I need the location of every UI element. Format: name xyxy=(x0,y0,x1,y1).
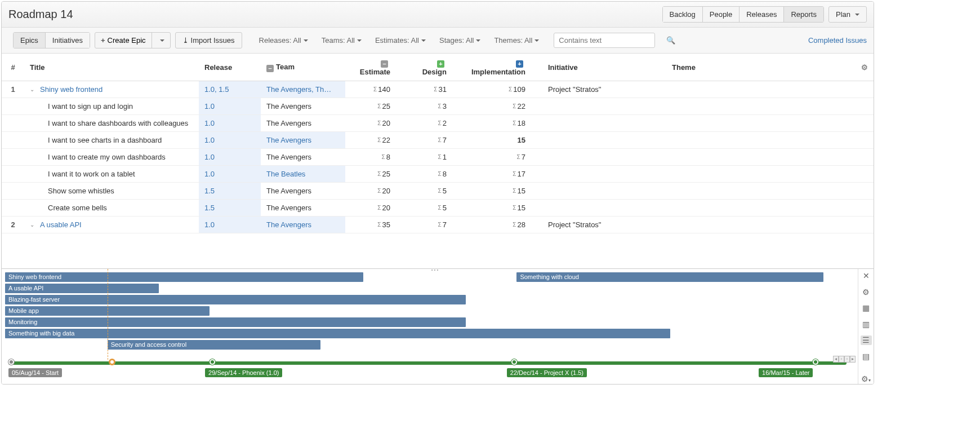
col-num[interactable]: # xyxy=(2,54,24,81)
filter-themes[interactable]: Themes: All xyxy=(491,34,542,47)
table-row[interactable]: I want to see charts in a dashboard1.0Th… xyxy=(2,132,874,149)
timeline-view3-icon[interactable]: ☰ xyxy=(861,335,872,345)
search-icon[interactable]: 🔍 xyxy=(666,36,675,45)
cell-theme[interactable] xyxy=(666,132,856,149)
cell-design[interactable]: Σ8 xyxy=(407,166,464,183)
col-release[interactable]: Release xyxy=(199,54,261,81)
cell-team[interactable]: The Avengers xyxy=(261,217,345,233)
cell-title[interactable]: ⌄A usable API xyxy=(24,217,199,233)
cell-design[interactable]: Σ1 xyxy=(407,149,464,166)
cell-team[interactable]: The Avengers, Th… xyxy=(261,81,345,98)
cell-estimate[interactable]: Σ35 xyxy=(345,217,407,233)
col-estimate[interactable]: –Estimate xyxy=(345,54,407,81)
cell-release[interactable]: 1.0 xyxy=(199,149,261,166)
table-settings-button[interactable]: ⚙ xyxy=(856,54,874,81)
cell-theme[interactable] xyxy=(666,217,856,233)
col-theme[interactable]: Theme xyxy=(666,54,856,81)
timeline-bar[interactable]: Shiny web frontend xyxy=(5,272,363,282)
col-initiative[interactable]: Initiative xyxy=(542,54,666,81)
cell-release[interactable]: 1.0 xyxy=(199,166,261,183)
cell-implementation[interactable]: Σ7 xyxy=(464,149,542,166)
col-team[interactable]: –Team xyxy=(261,54,345,81)
cell-title[interactable]: I want to share dashboards with colleagu… xyxy=(24,115,199,132)
cell-initiative[interactable]: Project "Stratos" xyxy=(542,81,666,98)
timeline-axis[interactable]: 05/Aug/14 - Start29/Sep/14 - Phoenix (1.… xyxy=(8,361,847,365)
cell-estimate[interactable]: Σ25 xyxy=(345,98,407,115)
cell-title[interactable]: I want to create my own dashboards xyxy=(24,149,199,166)
scroll-right-icon[interactable]: ▸ xyxy=(850,356,856,363)
table-row[interactable]: I want to share dashboards with colleagu… xyxy=(2,115,874,132)
cell-title[interactable]: I want to sign up and login xyxy=(24,98,199,115)
cell-release[interactable]: 1.0 xyxy=(199,217,261,233)
timeline-bar[interactable]: Security and access control xyxy=(108,340,321,350)
cell-team[interactable]: The Avengers xyxy=(261,200,345,217)
timeline-bar[interactable]: Blazing-fast server xyxy=(5,295,466,304)
nav-releases[interactable]: Releases xyxy=(740,7,784,22)
cell-initiative[interactable] xyxy=(542,149,666,166)
cell-initiative[interactable] xyxy=(542,98,666,115)
scroll-track[interactable]: ▫ xyxy=(844,356,850,363)
cell-theme[interactable] xyxy=(666,115,856,132)
cell-estimate[interactable]: Σ20 xyxy=(345,183,407,200)
nav-backlog[interactable]: Backlog xyxy=(663,7,703,22)
cell-implementation[interactable]: Σ17 xyxy=(464,166,542,183)
timeline-view2-icon[interactable]: ▥ xyxy=(861,320,872,329)
cell-team[interactable]: The Avengers xyxy=(261,132,345,149)
cell-design[interactable]: Σ2 xyxy=(407,115,464,132)
create-epic-main[interactable]: +Create Epic xyxy=(95,33,152,48)
filter-stages[interactable]: Stages: All xyxy=(436,34,484,47)
cell-implementation[interactable]: Σ22 xyxy=(464,98,542,115)
chevron-down-icon[interactable]: ⌄ xyxy=(30,86,37,92)
cell-implementation[interactable]: Σ15 xyxy=(464,183,542,200)
cell-theme[interactable] xyxy=(666,81,856,98)
cell-estimate[interactable]: Σ140 xyxy=(345,81,407,98)
cell-team[interactable]: The Avengers xyxy=(261,149,345,166)
cell-title[interactable]: ⌄Shiny web frontend xyxy=(24,81,199,98)
search-input[interactable] xyxy=(554,33,655,48)
cell-title[interactable]: Show some whistles xyxy=(24,183,199,200)
nav-people[interactable]: People xyxy=(703,7,740,22)
cell-implementation[interactable]: Σ18 xyxy=(464,115,542,132)
col-implementation[interactable]: +Implementation xyxy=(464,54,542,81)
resize-handle[interactable]: ••• xyxy=(430,267,441,272)
col-title[interactable]: Title xyxy=(24,54,199,81)
cell-title[interactable]: I want it to work on a tablet xyxy=(24,166,199,183)
cell-theme[interactable] xyxy=(666,166,856,183)
timeline-gear-icon[interactable]: ⚙▾ xyxy=(861,374,872,384)
cell-team[interactable]: The Beatles xyxy=(261,166,345,183)
cell-implementation[interactable]: 15 xyxy=(464,132,542,149)
cell-estimate[interactable]: Σ20 xyxy=(345,200,407,217)
cell-estimate[interactable]: Σ20 xyxy=(345,115,407,132)
tab-epics[interactable]: Epics xyxy=(14,33,46,48)
table-row[interactable]: Show some whistles1.5The AvengersΣ20Σ5Σ1… xyxy=(2,183,874,200)
cell-theme[interactable] xyxy=(666,183,856,200)
cell-theme[interactable] xyxy=(666,200,856,217)
timeline-marker[interactable] xyxy=(813,359,818,365)
cell-release[interactable]: 1.0 xyxy=(199,98,261,115)
cell-title[interactable]: I want to see charts in a dashboard xyxy=(24,132,199,149)
scroll-track[interactable]: ▫ xyxy=(839,356,844,363)
table-row[interactable]: 2⌄A usable API1.0The AvengersΣ35Σ7Σ28Pro… xyxy=(2,217,874,233)
cell-theme[interactable] xyxy=(666,149,856,166)
table-row[interactable]: I want to sign up and login1.0The Avenge… xyxy=(2,98,874,115)
cell-initiative[interactable] xyxy=(542,200,666,217)
cell-initiative[interactable] xyxy=(542,183,666,200)
timeline-bar[interactable]: Something with cloud xyxy=(516,272,823,282)
cell-release[interactable]: 1.5 xyxy=(199,183,261,200)
table-row[interactable]: 1⌄Shiny web frontend1.0, 1.5The Avengers… xyxy=(2,81,874,98)
cell-team[interactable]: The Avengers xyxy=(261,183,345,200)
cell-implementation[interactable]: Σ109 xyxy=(464,81,542,98)
cell-title[interactable]: Create some bells xyxy=(24,200,199,217)
cell-release[interactable]: 1.0, 1.5 xyxy=(199,81,261,98)
table-row[interactable]: I want it to work on a tablet1.0The Beat… xyxy=(2,166,874,183)
cell-estimate[interactable]: Σ25 xyxy=(345,166,407,183)
cell-design[interactable]: Σ5 xyxy=(407,200,464,217)
timeline-view1-icon[interactable]: ▦ xyxy=(861,303,872,313)
tab-initiatives[interactable]: Initiatives xyxy=(46,33,90,48)
cell-theme[interactable] xyxy=(666,98,856,115)
filter-releases[interactable]: Releases: All xyxy=(256,34,311,47)
cell-release[interactable]: 1.5 xyxy=(199,200,261,217)
table-row[interactable]: Create some bells1.5The AvengersΣ20Σ5Σ15 xyxy=(2,200,874,217)
cell-design[interactable]: Σ3 xyxy=(407,98,464,115)
cell-team[interactable]: The Avengers xyxy=(261,98,345,115)
